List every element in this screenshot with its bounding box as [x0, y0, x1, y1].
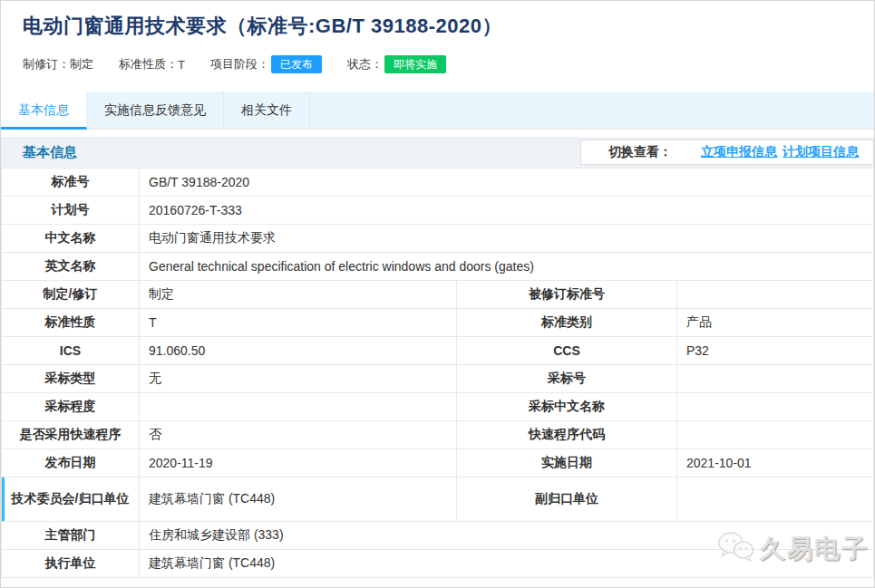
table-row-revision-type: 制定/修订 制定 被修订标准号	[2, 281, 874, 309]
row-label: 制定/修订	[2, 281, 140, 309]
meta-project-stage-label: 项目阶段：	[210, 56, 269, 72]
row-value: 电动门窗通用技术要求	[140, 225, 874, 253]
row-label: 标准性质	[2, 309, 140, 337]
table-row-english-name: 英文名称 General technical specification of …	[2, 253, 874, 281]
link-project-application-info[interactable]: 立项申报信息	[701, 144, 777, 160]
tab-basic-info[interactable]: 基本信息	[1, 92, 87, 130]
row-label: 副归口单位	[457, 477, 677, 522]
table-row-executing-unit: 执行单位 建筑幕墙门窗 (TC448)	[2, 550, 874, 578]
row-value	[677, 393, 874, 421]
meta-status-label: 状态：	[347, 56, 383, 72]
page-header: 电动门窗通用技术要求（标准号:GB/T 39188-2020） 制修订： 制定 …	[1, 1, 874, 74]
row-label: 执行单位	[2, 550, 140, 578]
row-label: 采标类型	[2, 365, 140, 393]
row-label: 计划号	[2, 197, 140, 225]
table-row-standard-number: 标准号 GB/T 39188-2020	[2, 169, 874, 197]
table-row-ics-ccs: ICS 91.060.50 CCS P32	[2, 337, 874, 365]
row-label: 技术委员会/归口单位	[2, 477, 140, 522]
section-header: 基本信息 切换查看： 立项申报信息 计划项目信息	[1, 137, 874, 168]
tab-bar: 基本信息 实施信息反馈意见 相关文件	[1, 92, 874, 130]
section-title: 基本信息	[23, 144, 77, 161]
row-value: 建筑幕墙门窗 (TC448)	[140, 477, 457, 522]
row-value: General technical specification of elect…	[140, 253, 874, 281]
row-value: 2021-10-01	[677, 449, 874, 477]
row-value: P32	[677, 337, 874, 365]
row-value	[677, 477, 874, 522]
row-label: 实施日期	[457, 449, 677, 477]
tab-implementation-feedback[interactable]: 实施信息反馈意见	[87, 92, 224, 130]
table-row-standard-nature: 标准性质 T 标准类别 产品	[2, 309, 874, 337]
row-label: 英文名称	[2, 253, 140, 281]
meta-standard-nature-value: T	[178, 58, 185, 72]
table-row-fast-procedure: 是否采用快速程序 否 快速程序代码	[2, 421, 874, 449]
meta-bar: 制修订： 制定 标准性质： T 项目阶段： 已发布 状态： 即将实施	[23, 54, 852, 74]
meta-revision-label: 制修订：	[23, 56, 70, 72]
status-badge: 即将实施	[384, 55, 446, 73]
row-value: 91.060.50	[140, 337, 457, 365]
meta-standard-nature-label: 标准性质：	[119, 56, 178, 72]
switch-view-box: 切换查看： 立项申报信息 计划项目信息	[580, 140, 874, 165]
meta-revision: 制修订： 制定	[23, 56, 93, 72]
table-row-chinese-name: 中文名称 电动门窗通用技术要求	[2, 225, 874, 253]
switch-view-label: 切换查看：	[608, 144, 672, 160]
row-label: 中文名称	[2, 225, 140, 253]
row-label: 采标号	[457, 365, 677, 393]
row-value: 20160726-T-333	[140, 197, 874, 225]
table-row-dates: 发布日期 2020-11-19 实施日期 2021-10-01	[2, 449, 874, 477]
row-label: 被修订标准号	[457, 281, 677, 309]
row-label: 标准类别	[457, 309, 677, 337]
row-value: 无	[140, 365, 457, 393]
row-label: CCS	[457, 337, 677, 365]
row-label: 采标程度	[2, 393, 140, 421]
row-value: 产品	[677, 309, 874, 337]
row-label: 主管部门	[2, 522, 140, 550]
row-label: 是否采用快速程序	[2, 421, 140, 449]
row-value: 制定	[140, 281, 457, 309]
row-value: 建筑幕墙门窗 (TC448)	[140, 550, 874, 578]
row-value: GB/T 39188-2020	[140, 169, 874, 197]
row-value	[677, 421, 874, 449]
row-label: 采标中文名称	[457, 393, 677, 421]
tab-related-files[interactable]: 相关文件	[224, 92, 310, 130]
row-value: 否	[140, 421, 457, 449]
row-label: 发布日期	[2, 449, 140, 477]
meta-revision-value: 制定	[70, 56, 93, 72]
table-row-competent-department: 主管部门 住房和城乡建设部 (333)	[2, 522, 874, 550]
row-value: T	[140, 309, 457, 337]
page-title: 电动门窗通用技术要求（标准号:GB/T 39188-2020）	[23, 13, 852, 40]
meta-project-stage: 项目阶段： 已发布	[210, 55, 322, 73]
table-row-technical-committee: 技术委员会/归口单位 建筑幕墙门窗 (TC448) 副归口单位	[2, 477, 874, 522]
row-value: 住房和城乡建设部 (333)	[140, 522, 874, 550]
stage-badge: 已发布	[271, 55, 322, 73]
table-row-adoption-degree: 采标程度 采标中文名称	[2, 393, 874, 421]
standard-detail-page: 电动门窗通用技术要求（标准号:GB/T 39188-2020） 制修订： 制定 …	[0, 0, 875, 588]
row-value	[677, 365, 874, 393]
row-value	[677, 281, 874, 309]
row-value: 2020-11-19	[140, 449, 457, 477]
link-plan-project-info[interactable]: 计划项目信息	[783, 144, 859, 160]
row-value	[140, 393, 457, 421]
standard-info-table: 标准号 GB/T 39188-2020 计划号 20160726-T-333 中…	[1, 168, 874, 578]
row-label: ICS	[2, 337, 140, 365]
row-label: 快速程序代码	[457, 421, 677, 449]
meta-status: 状态： 即将实施	[347, 55, 446, 73]
meta-standard-nature: 标准性质： T	[119, 56, 185, 72]
table-row-adoption-type: 采标类型 无 采标号	[2, 365, 874, 393]
row-label: 标准号	[2, 169, 140, 197]
table-row-plan-number: 计划号 20160726-T-333	[2, 197, 874, 225]
